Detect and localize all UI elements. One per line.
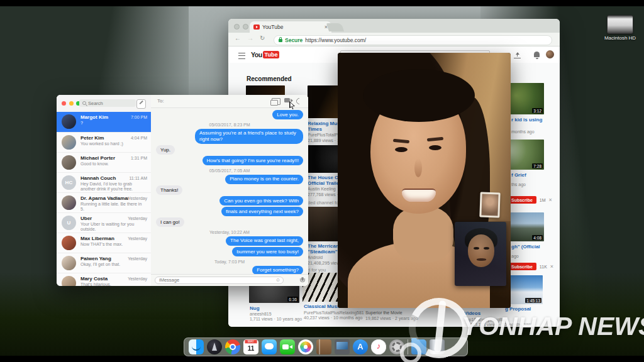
system-preferences-icon[interactable] [389, 339, 404, 354]
minimize-window-icon[interactable] [69, 101, 74, 106]
youtube-logo[interactable]: You Tube [251, 51, 279, 58]
video-channel[interactable]: Austin Keeling [308, 187, 336, 191]
conversation-row-hannah-couch[interactable]: HC Hannah Couch 11:11 AM Hey David, I'd … [57, 172, 151, 192]
calendar-icon[interactable]: MAY 11 [243, 339, 258, 354]
secure-label: Secure [285, 37, 303, 43]
conversation-row-max-liberman[interactable]: Max Liberman Yesterday Now THAT's the ma… [57, 233, 151, 253]
launchpad-icon[interactable] [207, 339, 222, 354]
downloads-folder-icon[interactable] [411, 339, 426, 354]
facetime-app-icon[interactable] [280, 339, 295, 354]
url-text: https://www.youtube.com/ [305, 37, 366, 43]
conversation-row-michael-porter[interactable]: Michael Porter 1:31 PM Good to know. [57, 152, 151, 172]
emoji-icon[interactable]: ☺ [275, 277, 280, 283]
conversation-row-margot-kim[interactable]: Margot Kim 7:00 PM ? [57, 112, 151, 132]
microphone-icon[interactable] [301, 277, 304, 281]
contact-name: Max Liberman [80, 236, 128, 241]
contact-name: Dr. Aparna Vadlamani [80, 195, 128, 201]
avatar [62, 195, 76, 210]
chrome-icon[interactable] [225, 339, 240, 354]
video-title[interactable]: f Grief [511, 172, 549, 178]
audio-call-icon[interactable] [295, 97, 304, 106]
duration-badge: 3:12 [532, 108, 543, 113]
close-window-icon[interactable] [62, 101, 66, 106]
messages-app-icon[interactable] [262, 339, 277, 354]
message-time: Yesterday [128, 277, 147, 281]
conversation-row-aparna-vadlamani[interactable]: Dr. Aparna Vadlamani Yesterday Running a… [57, 192, 151, 212]
calendar-month: MAY [245, 340, 257, 344]
monogram-avatar: HC [62, 175, 76, 190]
trash-icon[interactable] [430, 339, 445, 354]
new-tab-button[interactable] [326, 23, 344, 31]
contact-name: Hannah Couch [80, 175, 128, 181]
messages-window: Margot Kim 7:00 PM ? Peter Kim 4:04 PM Y… [57, 95, 308, 286]
smiling-mouth [402, 189, 436, 202]
drive-label: Macintosh HD [597, 35, 643, 41]
secure-lock-icon [279, 39, 282, 42]
chat-header: To: [151, 95, 308, 108]
eye [395, 147, 408, 152]
message-preview: That's hilarious. [80, 282, 146, 287]
conversation-sidebar: Margot Kim 7:00 PM ? Peter Kim 4:04 PM Y… [57, 95, 152, 286]
window-controls[interactable] [62, 101, 80, 106]
screen-share-icon[interactable] [272, 98, 280, 105]
photos-icon[interactable] [298, 339, 313, 354]
dock-separator [408, 339, 408, 354]
desktop-icon-macintosh-hd[interactable]: Macintosh HD [597, 15, 643, 41]
hamburger-menu-icon[interactable] [238, 53, 245, 59]
received-bubble: Yup. [156, 145, 175, 155]
forward-icon[interactable]: → [247, 35, 253, 41]
imessage-input[interactable] [155, 277, 284, 284]
sent-bubble: Assuming you're at a friend's place to s… [195, 129, 303, 144]
contact-name: Peter Kim [80, 135, 128, 141]
compose-icon[interactable] [136, 99, 146, 109]
back-icon[interactable]: ← [235, 35, 241, 41]
dismiss-icon[interactable]: × [549, 197, 552, 203]
avatar [62, 276, 76, 286]
close-window-icon[interactable] [234, 24, 240, 30]
video-title[interactable]: Superior the Movie [365, 310, 402, 315]
wall-photo-frame [479, 192, 500, 217]
subscriber-count: 11K [540, 265, 547, 269]
facetime-local-video[interactable] [455, 222, 506, 286]
message-input-bar: ☺ [151, 274, 308, 286]
video-channel[interactable]: Top100EverythingBish [464, 317, 508, 322]
video-title[interactable]: r kid is using [511, 117, 549, 123]
conversation-row-uber[interactable]: U Uber Yesterday Your Uber is waiting fo… [57, 212, 151, 233]
reload-icon[interactable]: ↻ [260, 35, 265, 41]
hard-drive-icon [607, 15, 633, 34]
itunes-icon[interactable]: ♪ [371, 339, 386, 354]
app-store-icon[interactable]: A [353, 339, 368, 354]
subscribe-button[interactable]: Subscribe [508, 196, 536, 204]
subscribe-button[interactable]: Subscribe [508, 263, 536, 270]
video-channel[interactable]: aneesh815 [250, 312, 272, 316]
search-input[interactable] [79, 99, 136, 107]
upload-icon[interactable] [514, 52, 521, 58]
tab-youtube[interactable]: YouTube × [250, 21, 331, 33]
conversation-row-paiwen-yang[interactable]: Paiwen Yang Yesterday Okay, I'll get on … [57, 253, 151, 273]
finder-icon[interactable] [189, 339, 204, 354]
address-bar[interactable]: Secure https://www.youtube.com/ [274, 35, 552, 45]
duration-badge: 4:08 [532, 235, 543, 240]
sent-bubble: finals and everything next week? [221, 207, 303, 216]
notifications-bell-icon[interactable] [534, 52, 540, 57]
video-meta: 30,113,113 views · 10 months ago [464, 322, 531, 327]
video-meta: ago [511, 254, 519, 258]
video-call-icon[interactable] [284, 98, 290, 102]
conversation-row-mary-costa[interactable]: Mary Costa Yesterday That's hilarious. [57, 273, 151, 286]
display-icon[interactable] [335, 339, 350, 354]
video-title[interactable]: Videos [464, 310, 480, 316]
video-channel[interactable]: Android [308, 255, 323, 260]
dismiss-icon[interactable]: × [550, 263, 553, 270]
account-avatar[interactable] [546, 50, 554, 58]
minimize-window-icon[interactable] [243, 24, 248, 30]
video-channel[interactable]: PurePlusTotalPlusRelaxing581 [304, 310, 364, 315]
video-title[interactable]: gh" (Official [511, 244, 549, 250]
timestamp: 05/05/2017, 7:05 AM [209, 168, 250, 173]
subscribe-row: Subscribe 11K × [508, 263, 553, 270]
contacts-icon[interactable] [316, 339, 331, 354]
sent-bubble: bummer you were too busy! [232, 247, 303, 256]
conversation-row-peter-kim[interactable]: Peter Kim 4:04 PM You worked so hard ;) [57, 132, 151, 152]
message-preview: Your Uber is waiting for you outside. [80, 222, 146, 233]
message-preview: Hey David, I'd love to grab another drin… [80, 182, 146, 192]
video-title[interactable]: Nug [250, 305, 260, 311]
